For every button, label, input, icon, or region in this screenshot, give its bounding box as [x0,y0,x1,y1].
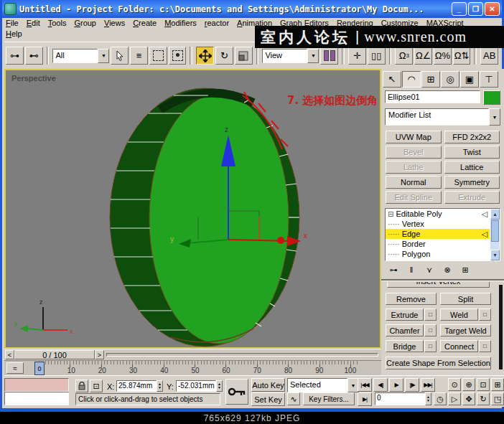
track-bar[interactable]: ≈ 0102030405060708090100 0 [4,360,381,376]
snap-toggle-button[interactable]: Ω3 [395,47,413,65]
configure-modifier-sets-icon[interactable]: ⊞ [459,264,472,275]
go-to-start-button[interactable]: |◀◀ [358,378,372,392]
go-to-end-button[interactable]: ▶▶| [421,378,435,392]
x-spinner[interactable]: ▲▼ [157,380,163,392]
x-coord-field[interactable]: 25.874mm [116,380,157,392]
selection-lock-button[interactable] [75,380,88,392]
select-and-link-icon[interactable]: ⊶ [6,47,24,65]
spinner-snap-toggle-button[interactable]: Ω⇅ [453,47,471,65]
edit-edges-button[interactable]: Bridge [386,340,424,352]
tab-utilities[interactable]: ⊤ [480,71,498,88]
selection-filter-value[interactable]: All [52,49,98,63]
time-configuration-button[interactable]: ◷ [434,392,447,405]
chevron-down-icon[interactable]: ▼ [489,108,500,126]
settings-box[interactable]: □ [424,340,437,352]
pin-stack-icon[interactable]: ⊶ [387,264,400,275]
modifier-list-value[interactable]: Modifier List [385,108,489,126]
mirror-button[interactable]: ▯▯ [368,47,386,65]
edit-edges-button[interactable]: Weld [440,308,478,321]
perspective-viewport[interactable]: z x y z x y Perspective [4,69,381,349]
stack-item-vertex[interactable]: ····· Vertex [386,219,490,229]
ffd-2x2x2-button[interactable]: FFD 2x2x2 [444,131,500,143]
use-pivot-center-button[interactable] [320,47,338,65]
arc-rotate-icon[interactable]: ↻ [477,392,490,405]
settings-box[interactable]: □ [479,308,491,321]
menu-item[interactable]: Create [133,19,157,27]
remove-modifier-icon[interactable]: ⊗ [441,264,454,275]
normal-button[interactable]: Normal [386,176,442,189]
previous-frame-arrow[interactable]: < [5,350,14,359]
select-and-scale-button[interactable] [235,47,253,65]
select-and-move-button[interactable] [196,47,214,65]
time-slider-groove[interactable] [106,353,378,357]
ellipse-object[interactable] [110,88,299,347]
object-color-swatch[interactable] [483,90,500,105]
angle-snap-toggle-button[interactable]: Ω∠ [414,47,432,65]
pan-icon[interactable]: ✥ [462,392,475,405]
frame-indicator[interactable]: 0 [34,362,45,375]
y-spinner[interactable]: ▲▼ [216,380,223,392]
maximize-button[interactable]: ❐ [468,2,483,16]
stack-item-editable-poly[interactable]: ⊟ Editable Poly ◁ [386,209,490,219]
stack-item-border[interactable]: ····· Border [386,239,490,249]
chevron-down-icon[interactable]: ▼ [307,49,319,63]
zoom-extents-icon[interactable]: ⊡ [477,378,490,391]
maxscript-listener-output[interactable] [4,392,69,405]
lathe-button[interactable]: Lathe [386,161,442,174]
make-unique-icon[interactable]: ⋎ [423,264,436,275]
menu-item[interactable]: Edit [27,19,40,27]
key-filters-button[interactable]: Key Filters... [303,392,355,405]
select-by-name-button[interactable]: ≡ [130,47,148,65]
menu-item[interactable]: Tools [48,19,67,27]
time-slider[interactable]: 0 / 100 [14,350,95,359]
maxscript-listener-input[interactable] [4,378,69,392]
tab-display[interactable]: ▣ [460,71,479,88]
menu-item-help[interactable]: Help [6,29,22,38]
panel-scrollbar[interactable] [499,285,503,369]
edit-named-selections-button[interactable]: AB [480,47,498,65]
track-ruler[interactable]: 0102030405060708090100 [33,361,358,376]
create-shape-from-selection-button[interactable]: Create Shape From Selection [386,357,491,369]
bevel-button[interactable]: Bevel [386,146,442,159]
edit-edges-button[interactable]: Split [440,293,491,305]
reference-coordinate-value[interactable]: View [262,49,307,63]
window-crossing-toggle-button[interactable] [169,47,187,65]
settings-box[interactable]: □ [479,340,491,352]
maximize-viewport-toggle-icon[interactable]: ◳ [491,392,504,405]
next-frame-arrow[interactable]: > [95,350,104,359]
previous-frame-button[interactable]: ◀|| [373,378,388,392]
scroll-up-icon[interactable]: ▲ [490,209,500,220]
play-button[interactable]: ▶ [389,378,403,392]
edit-edges-button[interactable]: Remove [386,293,437,305]
selection-set-value[interactable]: Selected [287,378,347,392]
zoom-icon[interactable]: ⊙ [448,378,461,391]
show-end-result-icon[interactable]: ‖ [405,264,418,275]
symmetry-button[interactable]: Symmetry [444,176,500,189]
menu-item[interactable]: Modifiers [164,19,197,27]
tab-motion[interactable]: ◎ [441,71,459,88]
rectangular-selection-region-button[interactable] [149,47,167,65]
set-keys-button[interactable] [225,379,248,405]
selection-set-dropdown[interactable]: Selected ▼ [287,378,359,392]
insert-vertex-button[interactable]: Insert Vertex [387,282,490,288]
unlink-selection-icon[interactable]: ⊷ [25,47,43,65]
settings-box[interactable]: □ [424,308,437,321]
y-coord-field[interactable]: -52.031mm [176,380,216,392]
edit-edges-button[interactable]: Target Weld [440,324,491,336]
edit-spline-button[interactable]: Edit Spline [386,191,442,204]
lattice-button[interactable]: Lattice [444,161,500,174]
set-key-button[interactable]: Set Key [251,392,285,406]
zoom-extents-all-icon[interactable]: ⊞ [491,378,504,391]
menu-item[interactable]: Group [74,19,96,27]
key-mode-toggle[interactable]: ▶| [358,392,372,406]
modifier-list-dropdown[interactable]: Modifier List ▼ [385,108,500,126]
next-frame-button[interactable]: ||▶ [405,378,419,392]
chevron-down-icon[interactable]: ▼ [98,49,109,63]
select-and-rotate-button[interactable]: ↻ [215,47,233,65]
zoom-all-icon[interactable]: ⊕ [462,378,475,391]
stack-scrollbar[interactable]: ▲ ▼ [490,209,500,260]
select-object-button[interactable] [111,47,129,65]
mini-curve-editor-icon[interactable]: ≈ [6,362,24,374]
menu-item[interactable]: reactor [205,19,229,27]
frame-spinner[interactable]: ▲▼ [425,392,431,405]
